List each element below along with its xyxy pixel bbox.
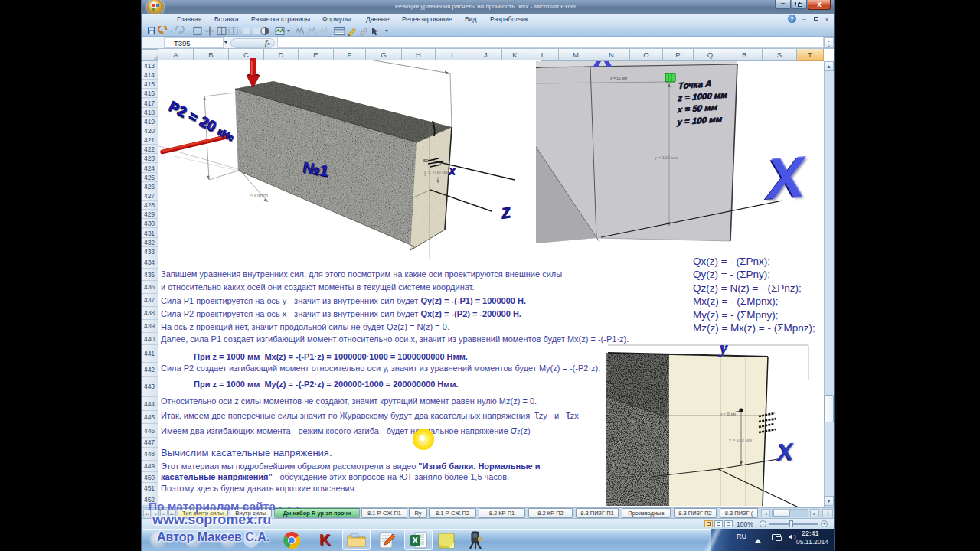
svg-text:x = 50 мм: x = 50 мм [610, 76, 628, 80]
svg-text:y = 100 мм: y = 100 мм [655, 155, 678, 160]
svg-text:200mm: 200mm [249, 192, 268, 199]
svg-text:-50: -50 [422, 158, 429, 163]
svg-text:X: X [413, 536, 419, 545]
svg-text:y = 100 мм: y = 100 мм [424, 170, 449, 176]
svg-text:y = 100 мм: y = 100 мм [729, 438, 752, 442]
svg-text:x = 50 мм: x = 50 мм [720, 412, 736, 416]
